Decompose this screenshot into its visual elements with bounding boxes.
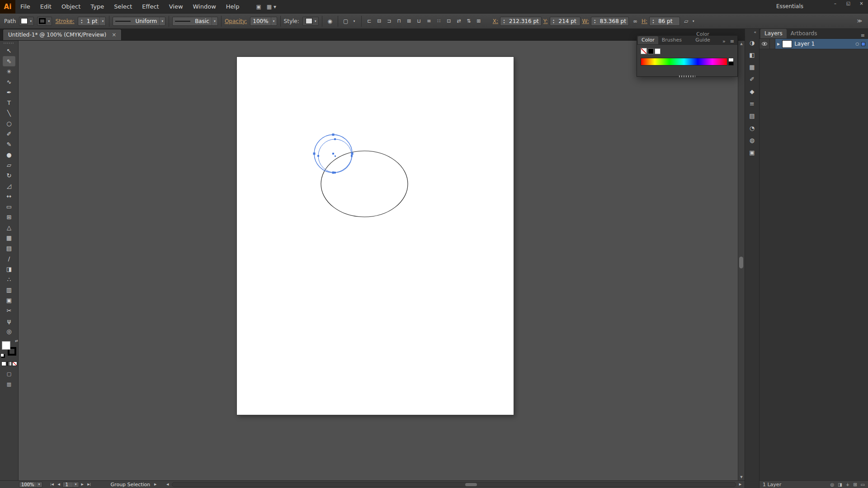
blob-brush-tool[interactable]: ● xyxy=(3,150,15,160)
graphic-style-dropdown[interactable]: ▾ xyxy=(302,17,319,26)
transparency-panel-icon[interactable]: ◔ xyxy=(746,122,758,133)
y-stepper[interactable]: ▴▾ xyxy=(551,17,557,25)
layer-row-main[interactable]: ▶ Layer 1 ○ xyxy=(775,39,868,49)
swap-fill-stroke-icon[interactable]: ⇄ xyxy=(15,339,18,343)
recolor-artwork-icon[interactable]: ◉ xyxy=(326,18,335,24)
anchor-inner-top[interactable] xyxy=(334,138,336,140)
fill-stroke-indicator[interactable]: ⇄ xyxy=(2,341,16,356)
column-graph-tool[interactable]: ▥ xyxy=(3,285,15,295)
menu-type[interactable]: Type xyxy=(85,0,109,13)
dropdown-arrow-icon[interactable]: ▾ xyxy=(693,19,697,23)
x-stepper[interactable]: ▴▾ xyxy=(501,17,507,25)
stroke-color-dropdown[interactable]: ▾ xyxy=(37,17,52,26)
direct-selection-tool[interactable]: ⇖ xyxy=(3,56,15,66)
anchor-left[interactable] xyxy=(313,153,316,155)
w-stepper[interactable]: ▴▾ xyxy=(592,17,598,25)
brushes-panel-icon[interactable]: ✐ xyxy=(746,74,758,84)
horizontal-scroll-track[interactable] xyxy=(172,482,736,487)
color-guide-panel-icon[interactable]: ◧ xyxy=(746,49,758,60)
scale-tool[interactable]: ◿ xyxy=(3,181,15,191)
anchor-inner-right[interactable] xyxy=(351,155,353,157)
screen-mode-button[interactable]: ▥ xyxy=(3,380,15,388)
align-vertical-bottom-icon[interactable]: ⊔ xyxy=(415,17,424,25)
color-spectrum-ramp[interactable] xyxy=(641,58,727,66)
collapse-control-bar-icon[interactable]: ≫ xyxy=(857,18,864,24)
scroll-up-icon[interactable]: ▲ xyxy=(740,41,742,47)
opacity-panel-link[interactable]: Opacity: xyxy=(225,18,247,24)
zoom-tool[interactable]: ◎ xyxy=(3,326,15,337)
brush-definition-dropdown[interactable]: Basic▾ xyxy=(172,17,218,26)
drawing-mode-button[interactable]: ▢ xyxy=(3,370,15,377)
anchor-right[interactable] xyxy=(351,153,354,155)
next-artboard-button[interactable]: ▶ xyxy=(79,482,86,488)
stroke-weight-field[interactable]: ▴▾1 pt▾ xyxy=(78,17,106,26)
restore-button[interactable]: ◱ xyxy=(842,0,855,7)
flip-horizontal-icon[interactable]: ⇄ xyxy=(454,17,463,25)
vertical-scroll-thumb[interactable] xyxy=(739,257,743,268)
gradient-tool[interactable]: ▤ xyxy=(3,243,15,253)
expand-layer-icon[interactable]: ▶ xyxy=(777,42,780,46)
scroll-left-icon[interactable]: ◀ xyxy=(164,482,171,488)
perspective-grid-tool[interactable]: △ xyxy=(3,222,15,233)
symbol-sprayer-tool[interactable]: ∴ xyxy=(3,274,15,285)
ellipse-tool[interactable]: ○ xyxy=(3,118,15,129)
shape-builder-tool[interactable]: ⊞ xyxy=(3,212,15,222)
lock-toggle[interactable] xyxy=(770,39,775,49)
new-layer-icon[interactable]: ⊞ xyxy=(853,482,857,487)
magic-wand-tool[interactable]: ✳ xyxy=(3,66,15,77)
anchor-inner-left[interactable] xyxy=(317,155,319,157)
layer-target-icon[interactable]: ○ xyxy=(855,42,859,46)
layer-row[interactable]: ▶ Layer 1 ○ xyxy=(760,39,868,49)
black-swatch[interactable] xyxy=(648,48,654,54)
opacity-field[interactable]: 100%▾ xyxy=(250,17,277,26)
h-stepper[interactable]: ▴▾ xyxy=(651,17,656,25)
w-field[interactable]: ▴▾83.368 pt xyxy=(591,17,629,26)
make-clipping-mask-icon[interactable]: ◨ xyxy=(838,482,842,487)
status-menu-arrow-icon[interactable]: ▶ xyxy=(152,482,159,488)
artboard-tool[interactable]: ▣ xyxy=(3,295,15,305)
tab-color-guide[interactable]: Color Guide xyxy=(685,30,720,44)
default-fill-stroke-icon[interactable] xyxy=(0,353,4,357)
fill-color-dropdown[interactable]: ▾ xyxy=(19,17,34,26)
tab-color[interactable]: Color xyxy=(638,36,658,44)
toolbar-grip[interactable] xyxy=(4,42,14,44)
app-logo-icon[interactable]: Ai xyxy=(0,0,15,14)
layer-selection-chip[interactable] xyxy=(861,42,865,46)
menu-effect[interactable]: Effect xyxy=(137,0,164,13)
delete-layer-icon[interactable]: ▭ xyxy=(861,482,865,487)
transform-panel-icon[interactable]: ⊞ xyxy=(474,17,483,25)
appearance-panel-icon[interactable]: ◍ xyxy=(746,135,758,145)
slice-tool[interactable]: ✂ xyxy=(3,305,15,316)
horizontal-scrollbar[interactable]: ◀ ▶ xyxy=(164,481,744,488)
locate-object-icon[interactable]: ◎ xyxy=(830,482,835,487)
visibility-toggle[interactable] xyxy=(760,39,770,49)
arrange-documents-icon[interactable]: ▦ ▾ xyxy=(267,4,276,10)
dropdown-arrow-icon[interactable]: ▾ xyxy=(354,19,358,23)
variable-width-profile-dropdown[interactable]: Uniform▾ xyxy=(113,17,165,26)
paintbrush-tool[interactable]: ✐ xyxy=(3,129,15,139)
menu-window[interactable]: Window xyxy=(188,0,221,13)
scroll-right-icon[interactable]: ▶ xyxy=(737,482,744,488)
eraser-tool[interactable]: ▱ xyxy=(3,160,15,170)
panel-collapse-icon[interactable]: » xyxy=(720,38,728,44)
bridge-icon[interactable]: ▣ xyxy=(256,4,261,10)
menu-select[interactable]: Select xyxy=(109,0,137,13)
y-label[interactable]: Y: xyxy=(543,18,548,24)
w-label[interactable]: W: xyxy=(582,18,589,24)
menu-help[interactable]: Help xyxy=(221,0,245,13)
selection-tool[interactable]: ↖ xyxy=(3,46,15,56)
expand-panels-icon[interactable]: « xyxy=(754,29,759,35)
h-label[interactable]: H: xyxy=(642,18,647,24)
close-button[interactable]: × xyxy=(855,0,868,7)
previous-artboard-button[interactable]: ◀ xyxy=(56,482,62,488)
width-tool[interactable]: ↔ xyxy=(3,191,15,202)
vertical-scrollbar[interactable]: ▲ ▼ xyxy=(738,41,745,480)
vertical-scroll-track[interactable] xyxy=(738,47,745,474)
symbols-panel-icon[interactable]: ◆ xyxy=(746,86,758,97)
hand-tool[interactable]: ψ xyxy=(3,316,15,326)
stroke-panel-icon[interactable]: ≡ xyxy=(746,98,758,109)
align-vertical-top-icon[interactable]: ⊓ xyxy=(395,17,404,25)
free-transform-tool[interactable]: ▭ xyxy=(3,202,15,212)
gradient-panel-icon[interactable]: ▤ xyxy=(746,110,758,121)
artboard-number-field[interactable]: 1▾ xyxy=(62,482,79,488)
